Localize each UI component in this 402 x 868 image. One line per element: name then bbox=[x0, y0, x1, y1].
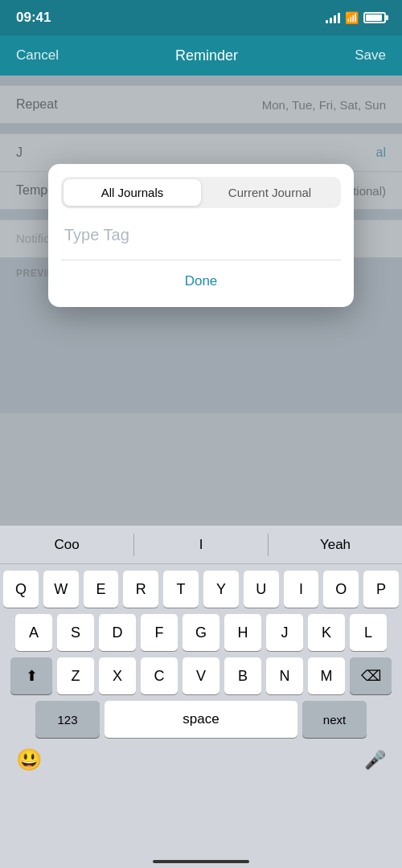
tab-current-journal[interactable]: Current Journal bbox=[201, 179, 338, 206]
key-m[interactable]: M bbox=[308, 657, 345, 694]
key-z[interactable]: Z bbox=[57, 657, 94, 694]
key-q[interactable]: Q bbox=[3, 571, 39, 608]
battery-icon bbox=[363, 12, 386, 23]
key-row-1: Q W E R T Y U I O P bbox=[3, 571, 399, 608]
status-time: 09:41 bbox=[16, 10, 51, 26]
key-p[interactable]: P bbox=[363, 571, 399, 608]
status-bar: 09:41 📶 bbox=[0, 0, 402, 35]
key-row-bottom: 123 space next bbox=[3, 701, 399, 738]
key-x[interactable]: X bbox=[99, 657, 136, 694]
key-u[interactable]: U bbox=[244, 571, 279, 608]
home-indicator bbox=[153, 860, 249, 863]
shift-key[interactable]: ⬆ bbox=[10, 657, 52, 694]
key-s[interactable]: S bbox=[57, 614, 94, 651]
suggestion-1[interactable]: Coo bbox=[0, 537, 133, 553]
key-row-2: A S D F G H J K L bbox=[3, 614, 399, 651]
microphone-icon[interactable]: 🎤 bbox=[364, 750, 386, 771]
key-b[interactable]: B bbox=[224, 657, 261, 694]
key-v[interactable]: V bbox=[183, 657, 219, 694]
space-key[interactable]: space bbox=[105, 701, 297, 738]
delete-key[interactable]: ⌫ bbox=[350, 657, 392, 694]
key-l[interactable]: L bbox=[350, 614, 387, 651]
cancel-button[interactable]: Cancel bbox=[16, 47, 59, 63]
key-a[interactable]: A bbox=[15, 614, 52, 651]
wifi-icon: 📶 bbox=[345, 11, 359, 24]
key-f[interactable]: F bbox=[141, 614, 178, 651]
key-d[interactable]: D bbox=[99, 614, 136, 651]
key-n[interactable]: N bbox=[266, 657, 303, 694]
key-y[interactable]: Y bbox=[203, 571, 239, 608]
key-o[interactable]: O bbox=[323, 571, 359, 608]
key-j[interactable]: J bbox=[266, 614, 303, 651]
emoji-icon[interactable]: 😃 bbox=[16, 747, 42, 772]
keyboard-bottom-bar: 😃 🎤 bbox=[0, 741, 402, 782]
signal-icon bbox=[326, 12, 340, 23]
nav-bar: Cancel Reminder Save bbox=[0, 35, 402, 76]
key-c[interactable]: C bbox=[141, 657, 178, 694]
key-h[interactable]: H bbox=[224, 614, 261, 651]
key-k[interactable]: K bbox=[308, 614, 345, 651]
key-row-3: ⬆ Z X C V B N M ⌫ bbox=[3, 657, 399, 694]
key-t[interactable]: T bbox=[163, 571, 199, 608]
save-button[interactable]: Save bbox=[355, 47, 386, 63]
modal-tabs: All Journals Current Journal bbox=[61, 177, 341, 208]
modal-divider bbox=[61, 260, 341, 260]
next-key[interactable]: next bbox=[302, 701, 367, 738]
key-i[interactable]: I bbox=[284, 571, 319, 608]
key-g[interactable]: G bbox=[183, 614, 219, 651]
tag-input-area[interactable]: Type Tag bbox=[61, 219, 341, 252]
tag-placeholder: Type Tag bbox=[64, 226, 129, 244]
modal: All Journals Current Journal Type Tag Do… bbox=[48, 164, 354, 307]
keyboard-rows: Q W E R T Y U I O P A S D F G H J K L ⬆ … bbox=[0, 564, 402, 741]
done-button[interactable]: Done bbox=[61, 268, 341, 294]
key-w[interactable]: W bbox=[43, 571, 79, 608]
suggestion-2[interactable]: I bbox=[134, 537, 268, 553]
keyboard: Coo I Yeah Q W E R T Y U I O P A S D F G… bbox=[0, 526, 402, 868]
page-title: Reminder bbox=[175, 47, 238, 64]
keyboard-suggestions: Coo I Yeah bbox=[0, 526, 402, 564]
status-icons: 📶 bbox=[326, 11, 386, 24]
tab-all-journals[interactable]: All Journals bbox=[64, 179, 201, 206]
modal-overlay: All Journals Current Journal Type Tag Do… bbox=[0, 76, 402, 413]
suggestion-3[interactable]: Yeah bbox=[269, 537, 402, 553]
numbers-key[interactable]: 123 bbox=[35, 701, 100, 738]
key-e[interactable]: E bbox=[84, 571, 119, 608]
key-r[interactable]: R bbox=[123, 571, 158, 608]
